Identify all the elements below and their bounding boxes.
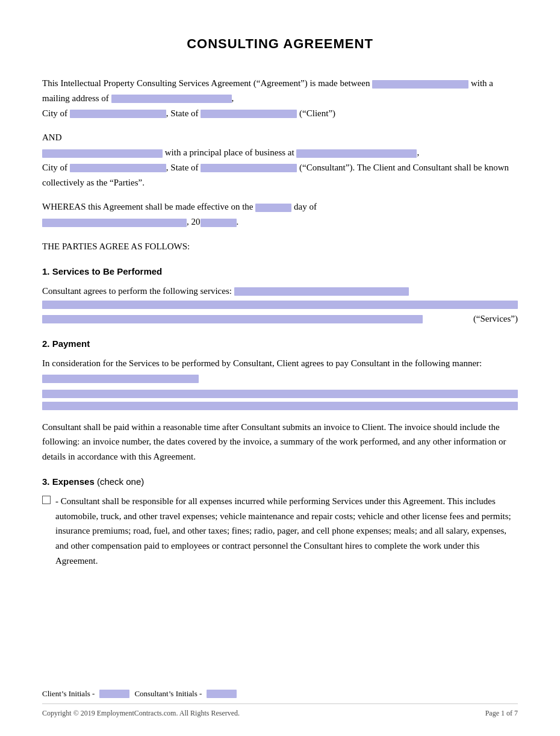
- period: .: [237, 217, 239, 226]
- year-blank[interactable]: [201, 219, 237, 227]
- section2-invoice-paragraph: Consultant shall be paid within a reason…: [42, 420, 518, 464]
- consultants-initials-label: Consultant’s Initials -: [134, 689, 202, 699]
- consultant-name-blank[interactable]: [42, 149, 163, 158]
- intro-between: between: [340, 78, 370, 88]
- section1-paragraph: Consultant agrees to perform the followi…: [42, 284, 518, 327]
- parties-agree-text: THE PARTIES AGREE AS FOLLOWS:: [42, 242, 190, 251]
- copyright-text: Copyright © 2019 EmploymentContracts.com…: [42, 709, 240, 718]
- business-address-blank[interactable]: [296, 149, 417, 158]
- state-of-label: State of: [170, 108, 198, 118]
- intro-line1: This Intellectual Property Consulting Se…: [42, 78, 338, 88]
- section2-paragraph: In consideration for the Services to be …: [42, 356, 518, 410]
- expenses-text: - Consultant shall be responsible for al…: [55, 494, 518, 569]
- payment-blank-3[interactable]: [42, 402, 518, 410]
- services-end-label: (“Services”): [473, 311, 518, 326]
- payment-blank-2[interactable]: [42, 390, 518, 398]
- mailing-address-blank[interactable]: [111, 95, 232, 103]
- section3-heading: 3. Expenses (check one): [42, 476, 518, 487]
- section3-heading-suffix: (check one): [97, 476, 144, 487]
- whereas-paragraph: WHEREAS this Agreement shall be made eff…: [42, 199, 518, 229]
- services-blank-2[interactable]: [42, 301, 518, 309]
- client-state-blank[interactable]: [201, 110, 297, 118]
- expenses-checkbox[interactable]: [42, 496, 51, 504]
- section2-text: In consideration for the Services to be …: [42, 358, 482, 368]
- parties-agree-paragraph: THE PARTIES AGREE AS FOLLOWS:: [42, 239, 518, 254]
- client-initials-blank[interactable]: [99, 690, 129, 698]
- services-blank-1[interactable]: [234, 287, 409, 296]
- client-name-blank[interactable]: [372, 80, 468, 89]
- and-paragraph: AND with a principal place of business a…: [42, 130, 518, 190]
- city-of2-label: City of: [42, 163, 67, 172]
- client-city-blank[interactable]: [70, 110, 166, 118]
- page-number: Page 1 of 7: [485, 709, 518, 718]
- month-blank[interactable]: [42, 219, 187, 227]
- consultant-label: (“Consultant”). The: [299, 163, 371, 172]
- comma-20: , 20: [187, 217, 201, 226]
- copyright-row: Copyright © 2019 EmploymentContracts.com…: [42, 703, 518, 718]
- invoice-text: Consultant shall be paid within a reason…: [42, 422, 506, 462]
- consultant-city-blank[interactable]: [70, 164, 166, 172]
- section1-heading: 1. Services to Be Performed: [42, 266, 518, 276]
- and-label: AND: [42, 133, 62, 142]
- city-of-label: City of: [42, 108, 67, 118]
- document-footer: Client’s Initials - Consultant’s Initial…: [42, 689, 518, 718]
- section3-heading-text: 3. Expenses: [42, 476, 95, 487]
- day-blank[interactable]: [255, 204, 291, 212]
- document-title: CONSULTING AGREEMENT: [42, 36, 518, 52]
- client-label: (“Client”): [299, 108, 335, 118]
- intro-paragraph: This Intellectual Property Consulting Se…: [42, 76, 518, 120]
- section3-checkbox-item: - Consultant shall be responsible for al…: [42, 494, 518, 569]
- state-of2-label: State of: [170, 163, 198, 172]
- day-of-text: day of: [294, 202, 317, 211]
- consultant-initials-blank[interactable]: [207, 690, 237, 698]
- principal-business-text: with a principal place of business at: [165, 148, 294, 157]
- initials-row: Client’s Initials - Consultant’s Initial…: [42, 689, 518, 699]
- consultant-state-blank[interactable]: [201, 164, 297, 172]
- whereas-text: WHEREAS this Agreement shall be made eff…: [42, 202, 253, 211]
- payment-blank-1[interactable]: [42, 375, 199, 383]
- section2-heading: 2. Payment: [42, 338, 518, 349]
- clients-initials-label: Client’s Initials -: [42, 689, 95, 699]
- section1-text: Consultant agrees to perform the followi…: [42, 286, 232, 296]
- services-blank-3[interactable]: [42, 315, 423, 323]
- document-page: CONSULTING AGREEMENT This Intellectual P…: [0, 0, 560, 736]
